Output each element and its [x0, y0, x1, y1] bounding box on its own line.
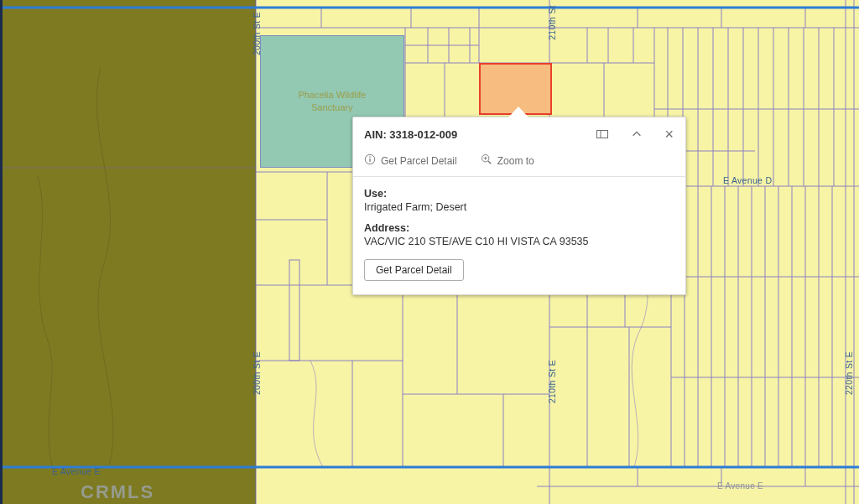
get-parcel-detail-link-label: Get Parcel Detail — [381, 155, 457, 167]
zoom-to-icon — [481, 153, 492, 168]
use-field-label: Use: — [364, 188, 674, 200]
popup-header: AIN: 3318-012-009 × — [353, 117, 685, 148]
dock-icon[interactable] — [596, 127, 609, 141]
popup-body: Use: Irrigated Farm; Desert Address: VAC… — [353, 177, 685, 294]
parcel-popup: AIN: 3318-012-009 × — [352, 117, 686, 295]
street-label-200th-st-e-top: 200th St E — [251, 4, 263, 63]
popup-actions: Get Parcel Detail Zoom to — [353, 148, 685, 177]
sanctuary-label: Phacelia Wildlife Sanctuary — [299, 89, 367, 115]
street-label-e-avenue-e: E Avenue E — [52, 466, 101, 476]
zoom-to-link-label: Zoom to — [497, 155, 534, 167]
street-label-210th-st-top: 210th St — [546, 0, 558, 52]
street-label-e-avenue-d: E Avenue D — [723, 175, 772, 185]
use-field-value: Irrigated Farm; Desert — [364, 201, 674, 213]
crmls-watermark: CRMLS — [81, 481, 154, 503]
use-field: Use: Irrigated Farm; Desert — [364, 188, 674, 213]
chevron-up-icon[interactable] — [631, 128, 643, 140]
street-label-e-avenue-e-right: E Avenue E — [717, 481, 763, 491]
parcel-map-viewer: Phacelia Wildlife Sanctuary 200th St E 2… — [0, 0, 859, 504]
popup-anchor-tail — [508, 107, 528, 117]
address-field: Address: VAC/VIC 210 STE/AVE C10 HI VIST… — [364, 222, 674, 247]
popup-title: AIN: 3318-012-009 — [364, 128, 457, 141]
street-label-220th-st-e: 220th St E — [843, 344, 855, 403]
street-label-210th-st-e: 210th St E — [546, 352, 558, 411]
zoom-to-link[interactable]: Zoom to — [481, 153, 534, 168]
street-label-200th-st-e: 200th St E — [251, 344, 263, 403]
get-parcel-detail-button[interactable]: Get Parcel Detail — [364, 259, 464, 281]
address-field-value: VAC/VIC 210 STE/AVE C10 HI VISTA CA 9353… — [364, 236, 674, 247]
close-icon[interactable]: × — [664, 127, 674, 142]
address-field-label: Address: — [364, 222, 674, 234]
get-parcel-detail-link[interactable]: Get Parcel Detail — [364, 153, 457, 168]
info-icon — [364, 153, 376, 168]
